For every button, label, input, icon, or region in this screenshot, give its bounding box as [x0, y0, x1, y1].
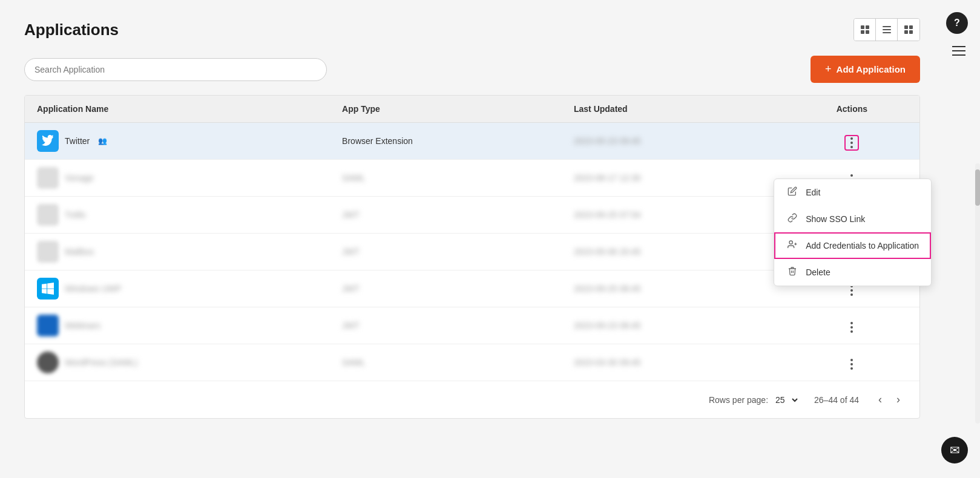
app-name-cell: Trello	[25, 197, 330, 234]
add-application-label: Add Application	[837, 64, 906, 74]
trash-icon	[786, 266, 798, 278]
search-input[interactable]	[24, 58, 327, 81]
app-name-cell: WordPress (SAML)	[25, 344, 330, 381]
scrollbar-track	[975, 163, 980, 424]
app-name-cell: Twitter 👥	[25, 123, 330, 160]
svg-rect-1	[866, 25, 869, 29]
last-updated-cell: 2023-09-25 07:54	[562, 197, 784, 234]
users-icon: 👥	[98, 137, 107, 145]
app-name: Trello	[65, 210, 86, 220]
rows-per-page-select[interactable]: 25 50 100	[773, 395, 800, 405]
actions-cell	[784, 123, 919, 160]
row-actions-button[interactable]	[844, 135, 859, 151]
actions-cell	[784, 307, 919, 344]
app-name: Vonage	[65, 173, 94, 183]
table-header-row: Application Name App Type Last Updated A…	[25, 96, 919, 123]
app-icon-blurred	[37, 167, 59, 189]
context-menu: Edit Show SSO Link Add Credentials to Ap…	[774, 178, 932, 286]
app-icon-blurred-blue	[37, 315, 59, 336]
next-page-button[interactable]: ›	[892, 391, 905, 408]
app-name: Twitter	[65, 136, 90, 146]
svg-rect-6	[883, 32, 891, 33]
app-type-cell: SAML	[330, 160, 562, 197]
app-name: Mailbox	[65, 247, 94, 257]
col-header-name: Application Name	[25, 96, 330, 123]
app-type-cell: Browser Extension	[330, 123, 562, 160]
col-header-type: App Type	[330, 96, 562, 123]
scrollbar-thumb[interactable]	[975, 169, 980, 206]
context-menu-label-delete: Delete	[806, 267, 830, 277]
context-menu-label-credentials: Add Credentials to Application	[806, 241, 919, 250]
plus-icon: +	[825, 63, 832, 76]
row-actions-button[interactable]	[844, 356, 859, 372]
table-row: Webinars JWT 2023-09-23 08:45	[25, 307, 919, 344]
app-name-cell: Vonage	[25, 160, 330, 197]
chat-button[interactable]: ✉	[941, 437, 968, 463]
last-updated-cell: 2023-09-25 08:45	[562, 270, 784, 307]
app-name-cell: Mailbox	[25, 234, 330, 270]
table-row: WordPress (SAML) SAML 2023-03-30 09:45	[25, 344, 919, 381]
svg-rect-2	[861, 30, 864, 34]
list-view-button[interactable]	[876, 19, 898, 41]
last-updated-cell: 2023-08-17 12:30	[562, 160, 784, 197]
last-updated-cell: 2023-09-23 08:45	[562, 307, 784, 344]
grid-view-button[interactable]	[854, 19, 876, 41]
app-type-cell: JWT	[330, 197, 562, 234]
help-button[interactable]: ?	[946, 12, 968, 34]
pagination-row: Rows per page: 25 50 100 26–44 of 44 ‹ ›	[25, 381, 919, 418]
svg-rect-3	[866, 30, 869, 34]
context-menu-label-edit: Edit	[806, 188, 820, 197]
svg-rect-10	[909, 30, 913, 34]
view-toggle-group	[853, 18, 920, 41]
col-header-updated: Last Updated	[562, 96, 784, 123]
app-type-cell: SAML	[330, 344, 562, 381]
app-type-cell: JWT	[330, 234, 562, 270]
table-view-button[interactable]	[898, 19, 919, 41]
svg-rect-0	[861, 25, 864, 29]
link-icon	[786, 213, 798, 225]
page-range-info: 26–44 of 44	[814, 395, 859, 405]
last-updated-cell: 2023-05-23 09:45	[562, 123, 784, 160]
row-actions-button[interactable]	[844, 319, 859, 335]
last-updated-cell: 2023-05-06 20:45	[562, 234, 784, 270]
app-icon-blurred-dark	[37, 352, 59, 373]
app-type-cell: JWT	[330, 270, 562, 307]
svg-point-11	[789, 241, 792, 244]
svg-rect-4	[883, 26, 891, 27]
svg-rect-8	[909, 25, 913, 29]
svg-rect-9	[904, 30, 908, 34]
app-name: Windows UWP	[65, 284, 121, 293]
context-menu-item-credentials[interactable]: Add Credentials to Application	[774, 232, 931, 259]
page-title: Applications	[24, 21, 119, 39]
context-menu-item-edit[interactable]: Edit	[774, 179, 931, 206]
app-icon-blurred	[37, 204, 59, 226]
add-application-button[interactable]: + Add Application	[811, 56, 920, 83]
svg-rect-5	[883, 29, 891, 30]
pencil-icon	[786, 186, 798, 198]
actions-cell	[784, 344, 919, 381]
prev-page-button[interactable]: ‹	[873, 391, 887, 408]
context-menu-item-sso[interactable]: Show SSO Link	[774, 206, 931, 232]
table-row: Twitter 👥 Browser Extension 2023-05-23 0…	[25, 123, 919, 160]
app-icon-blurred	[37, 241, 59, 263]
rows-per-page-label: Rows per page:	[709, 395, 768, 405]
col-header-actions: Actions	[784, 96, 919, 123]
svg-rect-7	[904, 25, 908, 29]
app-name: Webinars	[65, 321, 100, 330]
app-name-cell: Windows UWP	[25, 270, 330, 307]
app-name-cell: Webinars	[25, 307, 330, 344]
rows-per-page: Rows per page: 25 50 100	[709, 395, 800, 405]
context-menu-item-delete[interactable]: Delete	[774, 259, 931, 286]
user-plus-icon	[786, 240, 798, 252]
last-updated-cell: 2023-03-30 09:45	[562, 344, 784, 381]
app-type-cell: JWT	[330, 307, 562, 344]
app-icon-twitter	[37, 130, 59, 152]
app-icon-windows	[37, 278, 59, 300]
hamburger-menu-button[interactable]	[950, 44, 968, 58]
app-name: WordPress (SAML)	[65, 358, 137, 367]
context-menu-label-sso: Show SSO Link	[806, 214, 865, 224]
page-navigation: ‹ ›	[873, 391, 905, 408]
